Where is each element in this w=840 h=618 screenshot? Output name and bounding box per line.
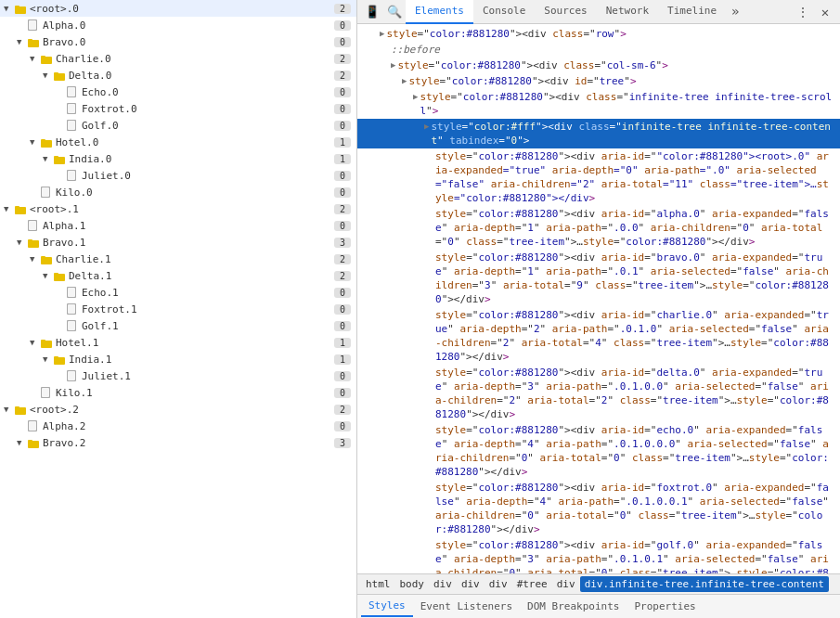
tree-item-root2[interactable]: ▼<root>.22 (0, 401, 356, 418)
tree-item-delta1[interactable]: ▼Delta.12 (0, 267, 356, 284)
html-line-1[interactable]: ::before (357, 42, 840, 58)
tab-network[interactable]: Network (597, 0, 658, 24)
toggle-arrow-india0[interactable]: ▼ (43, 154, 54, 163)
toggle-triangle-3[interactable]: ▶ (402, 74, 407, 88)
styles-tab-1[interactable]: Event Listeners (413, 597, 520, 616)
styles-tab-0[interactable]: Styles (361, 596, 413, 617)
tree-item-hotel0[interactable]: ▼Hotel.01 (0, 134, 356, 150)
tree-item-juliet1[interactable]: Juliet.10 (0, 367, 356, 384)
toggle-triangle-0[interactable]: ▶ (380, 27, 384, 41)
tree-label-alpha1: Alpha.1 (43, 220, 334, 232)
tree-label-juliet0: Juliet.0 (82, 170, 334, 182)
styles-tab-2[interactable]: DOM Breakpoints (520, 597, 627, 616)
svg-rect-23 (42, 187, 49, 197)
tab-console[interactable]: Console (473, 0, 535, 24)
tree-item-echo1[interactable]: Echo.10 (0, 284, 356, 301)
tab-more[interactable]: » (726, 0, 744, 24)
html-line-6[interactable]: style="color:#881280"><div aria-id=""col… (357, 148, 840, 206)
file-icon-alpha0 (28, 19, 41, 31)
tab-sources[interactable]: Sources (535, 0, 596, 24)
tree-item-juliet0[interactable]: Juliet.00 (0, 167, 356, 184)
toggle-arrow-charlie0[interactable]: ▼ (30, 54, 41, 63)
toggle-arrow-india1[interactable]: ▼ (43, 354, 54, 364)
breadcrumb-item-6[interactable]: div (552, 576, 580, 592)
tree-item-kilo1[interactable]: Kilo.10 (0, 384, 356, 401)
styles-tab-3[interactable]: Properties (627, 597, 703, 616)
tree-item-root0[interactable]: ▼<root>.02 (0, 0, 356, 17)
toggle-triangle-5[interactable]: ▶ (424, 120, 429, 134)
tree-item-bravo1[interactable]: ▼Bravo.13 (0, 234, 356, 251)
html-line-9[interactable]: style="color:#881280"><div aria-id="char… (357, 307, 840, 365)
tree-item-alpha0[interactable]: Alpha.00 (0, 17, 356, 33)
tab-elements[interactable]: Elements (406, 0, 473, 24)
toggle-triangle-2[interactable]: ▶ (391, 58, 395, 72)
tree-item-bravo0[interactable]: ▼Bravo.00 (0, 33, 356, 50)
html-line-3[interactable]: ▶style="color:#881280"><div id="tree"> (357, 73, 840, 89)
devtools-tab-bar: 📱 🔍 Elements Console Sources Network Tim… (357, 0, 840, 24)
toggle-arrow-root1[interactable]: ▼ (4, 204, 15, 213)
html-line-12[interactable]: style="color:#881280"><div aria-id="foxt… (357, 480, 840, 537)
tree-label-echo0: Echo.0 (82, 86, 334, 98)
count-badge-bravo2: 3 (334, 438, 351, 448)
html-line-11[interactable]: style="color:#881280"><div aria-id="echo… (357, 422, 840, 480)
html-line-4[interactable]: ▶style="color:#881280"><div class="infin… (357, 89, 840, 119)
breadcrumb-item-1[interactable]: body (395, 576, 430, 592)
tree-item-echo0[interactable]: Echo.00 (0, 84, 356, 100)
html-line-7[interactable]: style="color:#881280"><div aria-id="alph… (357, 206, 840, 250)
tree-item-foxtrot1[interactable]: Foxtrot.10 (0, 301, 356, 317)
more-options-icon[interactable]: ⋮ (792, 1, 814, 23)
tree-label-india0: India.0 (69, 153, 334, 165)
toggle-triangle-4[interactable]: ▶ (413, 90, 418, 104)
html-line-0[interactable]: ▶style="color:#881280"><div class="row"> (357, 26, 840, 42)
folder-icon-delta0 (54, 70, 67, 82)
toggle-arrow-delta0[interactable]: ▼ (43, 71, 54, 80)
breadcrumb-item-0[interactable]: html (361, 576, 395, 592)
tab-timeline[interactable]: Timeline (658, 0, 726, 24)
toggle-arrow-hotel0[interactable]: ▼ (30, 137, 41, 147)
tree-item-charlie0[interactable]: ▼Charlie.02 (0, 50, 356, 67)
breadcrumb-item-7[interactable]: div.infinite-tree.infinite-tree-content (580, 576, 829, 592)
tree-item-india1[interactable]: ▼India.11 (0, 351, 356, 367)
count-badge-alpha0: 0 (334, 20, 351, 31)
html-line-2[interactable]: ▶style="color:#881280"><div class="col-s… (357, 58, 840, 73)
tree-item-delta0[interactable]: ▼Delta.02 (0, 67, 356, 84)
html-content-area[interactable]: ▶style="color:#881280"><div class="row">… (357, 24, 840, 573)
html-line-5[interactable]: ▶style="color:#fff"><div class="infinite… (357, 119, 840, 148)
tree-item-charlie1[interactable]: ▼Charlie.12 (0, 251, 356, 267)
html-line-10[interactable]: style="color:#881280"><div aria-id="delt… (357, 365, 840, 422)
tree-item-root1[interactable]: ▼<root>.12 (0, 200, 356, 217)
tree-label-alpha2: Alpha.2 (43, 420, 334, 432)
inspect-icon[interactable]: 🔍 (383, 1, 406, 23)
breadcrumb-item-3[interactable]: div (457, 576, 485, 592)
svg-rect-27 (29, 221, 36, 230)
count-badge-golf1: 0 (334, 321, 351, 331)
toggle-arrow-bravo0[interactable]: ▼ (17, 37, 28, 46)
breadcrumb-item-5[interactable]: #tree (512, 576, 552, 592)
tree-item-golf1[interactable]: Golf.10 (0, 317, 356, 334)
toggle-arrow-charlie1[interactable]: ▼ (30, 254, 41, 264)
tree-item-hotel1[interactable]: ▼Hotel.11 (0, 334, 356, 351)
count-badge-india0: 1 (334, 154, 351, 164)
html-line-13[interactable]: style="color:#881280"><div aria-id="golf… (357, 537, 840, 573)
html-line-8[interactable]: style="color:#881280"><div aria-id="brav… (357, 250, 840, 307)
toggle-arrow-bravo2[interactable]: ▼ (17, 438, 28, 447)
toggle-arrow-hotel1[interactable]: ▼ (30, 338, 41, 347)
close-devtools-icon[interactable]: ✕ (814, 1, 836, 23)
html-line-content-12: style="color:#881280"><div aria-id="foxt… (435, 481, 834, 536)
toggle-arrow-root0[interactable]: ▼ (4, 4, 15, 13)
toggle-arrow-delta1[interactable]: ▼ (43, 271, 54, 280)
toggle-arrow-bravo1[interactable]: ▼ (17, 238, 28, 247)
tree-item-alpha1[interactable]: Alpha.10 (0, 217, 356, 234)
breadcrumb-item-4[interactable]: div (485, 576, 512, 592)
tree-item-india0[interactable]: ▼India.01 (0, 150, 356, 167)
tree-item-kilo0[interactable]: Kilo.00 (0, 184, 356, 200)
toggle-arrow-root2[interactable]: ▼ (4, 405, 15, 414)
tree-item-golf0[interactable]: Golf.00 (0, 117, 356, 134)
tree-item-bravo2[interactable]: ▼Bravo.23 (0, 434, 356, 451)
device-mode-icon[interactable]: 📱 (361, 1, 383, 23)
tree-container[interactable]: ▼<root>.02Alpha.00▼Bravo.00▼Charlie.02▼D… (0, 0, 356, 618)
tree-item-foxtrot0[interactable]: Foxtrot.00 (0, 100, 356, 117)
breadcrumb-item-2[interactable]: div (429, 576, 457, 592)
count-badge-juliet1: 0 (334, 371, 351, 381)
tree-item-alpha2[interactable]: Alpha.20 (0, 418, 356, 434)
